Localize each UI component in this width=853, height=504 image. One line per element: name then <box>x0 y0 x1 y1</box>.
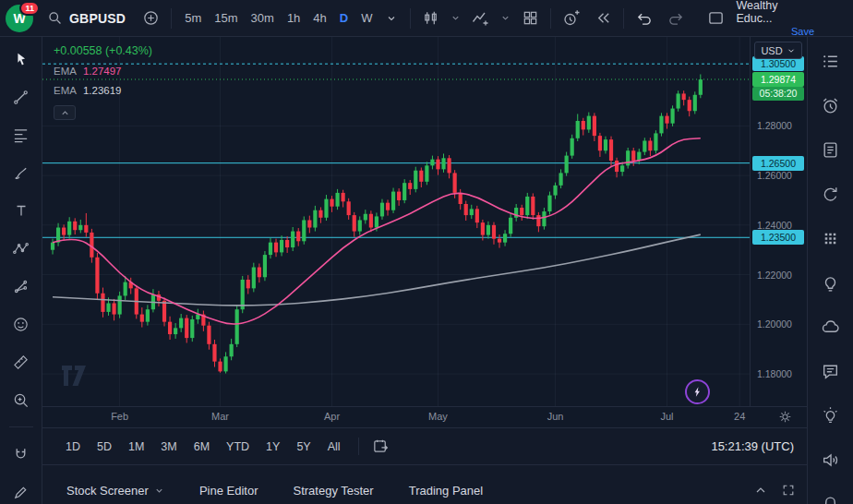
save-button[interactable]: Save <box>791 26 814 38</box>
create-alert-icon[interactable] <box>559 6 583 31</box>
time-label: Jun <box>547 411 564 422</box>
magnet-tool-icon[interactable] <box>8 443 34 465</box>
tab-strategy-tester[interactable]: Strategy Tester <box>293 484 373 498</box>
price-tick: 1.26000 <box>757 170 792 181</box>
panel-controls <box>753 483 796 498</box>
range-button-YTD[interactable]: YTD <box>218 436 258 458</box>
chat-icon[interactable] <box>818 360 844 382</box>
time-label: Jul <box>660 411 673 422</box>
indicators-icon[interactable] <box>468 6 493 31</box>
interval-weekly[interactable]: W <box>355 7 378 29</box>
panel-maximize-icon[interactable] <box>781 483 796 498</box>
trading-app: W 11 GBPUSD 5m 15m 30m 1h 4h D W <box>0 0 853 504</box>
ideas-bulb-icon[interactable] <box>818 271 844 294</box>
watchlist-icon[interactable] <box>818 50 844 72</box>
server-clock[interactable]: 15:21:39 (UTC) <box>711 439 798 453</box>
price-axis[interactable]: USD 1.280001.260001.240001.220001.200001… <box>750 37 807 406</box>
legend-collapse-button[interactable] <box>54 105 76 120</box>
ema-slow-row[interactable]: EMA 1.23619 <box>54 85 152 96</box>
interval-daily[interactable]: D <box>334 7 354 29</box>
bar-replay-icon[interactable] <box>591 6 616 31</box>
layout-select-icon[interactable] <box>703 6 728 31</box>
chevron-down-icon <box>154 486 164 496</box>
layout-grid-icon[interactable] <box>518 6 543 31</box>
refresh-icon[interactable] <box>818 183 844 205</box>
interval-4h[interactable]: 4h <box>307 7 331 29</box>
chart-type-caret[interactable] <box>451 13 461 23</box>
symbol-name: GBPUSD <box>69 11 126 26</box>
layout-name[interactable]: Wealthy Educ... <box>737 0 815 26</box>
streams-speaker-icon[interactable] <box>818 449 844 471</box>
range-button-3M[interactable]: 3M <box>152 436 185 458</box>
separator <box>171 8 172 29</box>
interval-15m[interactable]: 15m <box>209 7 243 29</box>
add-symbol-icon[interactable] <box>138 6 163 31</box>
panel-collapse-icon[interactable] <box>753 483 768 498</box>
range-button-All[interactable]: All <box>319 436 349 458</box>
time-axis[interactable]: FebMarAprMayJunJul24 <box>42 406 807 427</box>
interval-1h[interactable]: 1h <box>282 7 306 29</box>
chart-canvas[interactable]: +0.00558 (+0.43%) EMA 1.27497 EMA 1.2361… <box>42 37 750 406</box>
emoji-tool-icon[interactable] <box>8 313 34 335</box>
alerts-clock-icon[interactable] <box>818 94 844 116</box>
price-change-label: +0.00558 (+0.43%) <box>54 44 152 57</box>
trend-line-tool-icon[interactable] <box>8 86 34 108</box>
ema-label: EMA <box>54 66 77 77</box>
range-button-6M[interactable]: 6M <box>186 436 218 458</box>
fibonacci-tool-icon[interactable] <box>8 124 34 146</box>
axis-settings-gear-icon[interactable] <box>777 409 793 425</box>
price-tick: 1.28000 <box>757 120 792 131</box>
time-label: Feb <box>111 411 128 422</box>
price-tick: 1.24000 <box>757 220 792 231</box>
tab-stock-screener[interactable]: Stock Screener <box>66 484 164 498</box>
text-tool-icon[interactable] <box>8 199 34 222</box>
range-button-1M[interactable]: 1M <box>120 436 152 458</box>
interval-5m[interactable]: 5m <box>179 7 207 29</box>
chart-panel: +0.00558 (+0.43%) EMA 1.27497 EMA 1.2361… <box>42 37 807 504</box>
interval-30m[interactable]: 30m <box>246 7 280 29</box>
measure-tool-icon[interactable] <box>8 351 34 373</box>
top-toolbar: W 11 GBPUSD 5m 15m 30m 1h 4h D W <box>0 0 853 37</box>
pattern-tool-icon[interactable] <box>8 237 34 259</box>
goto-date-button[interactable] <box>358 438 390 455</box>
price-tick: 1.18000 <box>757 368 792 379</box>
ema-slow-value: 1.23619 <box>83 85 122 96</box>
currency-toggle[interactable]: USD <box>754 42 802 59</box>
edit-tool-icon[interactable] <box>8 481 34 503</box>
cursor-tool-icon[interactable] <box>8 48 34 70</box>
range-button-1D[interactable]: 1D <box>57 436 89 458</box>
notifications-bell-icon[interactable] <box>818 493 844 504</box>
time-label: May <box>428 411 448 422</box>
tradingview-watermark <box>61 364 94 388</box>
search-icon <box>46 10 63 27</box>
ema-slow-line[interactable] <box>53 234 701 306</box>
price-tick: 1.20000 <box>757 318 792 330</box>
undo-icon[interactable] <box>631 6 656 31</box>
indicators-caret[interactable] <box>500 13 511 23</box>
zoom-tool-icon[interactable] <box>8 389 34 411</box>
price-level-badge: 1.23500 <box>752 230 804 245</box>
redo-icon[interactable] <box>664 6 689 31</box>
separator <box>623 8 624 29</box>
symbol-search-button[interactable]: GBPUSD <box>41 6 131 30</box>
ema-fast-row[interactable]: EMA 1.27497 <box>54 66 152 77</box>
dom-grid-icon[interactable] <box>818 227 844 249</box>
price-level-badge: 1.26500 <box>752 156 804 171</box>
chart-type-candles-icon[interactable] <box>418 6 443 31</box>
interval-dropdown-caret[interactable] <box>380 9 402 28</box>
range-buttons: 1D5D1M3M6MYTD1Y5YAll <box>57 436 349 458</box>
notes-icon[interactable] <box>818 138 844 161</box>
cloud-icon[interactable] <box>818 316 844 338</box>
tab-pine-editor[interactable]: Pine Editor <box>199 484 258 498</box>
app-logo[interactable]: W 11 <box>6 5 33 32</box>
chart-legend: +0.00558 (+0.43%) EMA 1.27497 EMA 1.2361… <box>54 44 152 120</box>
right-sidebar <box>807 37 853 504</box>
range-button-5Y[interactable]: 5Y <box>288 436 318 458</box>
tips-bulb-icon[interactable] <box>818 404 844 426</box>
range-button-5D[interactable]: 5D <box>89 436 120 458</box>
range-button-1Y[interactable]: 1Y <box>258 436 288 458</box>
instant-trading-button[interactable] <box>685 379 710 404</box>
brush-tool-icon[interactable] <box>8 162 34 184</box>
forecast-tool-icon[interactable] <box>8 275 34 297</box>
tab-trading-panel[interactable]: Trading Panel <box>409 484 483 498</box>
